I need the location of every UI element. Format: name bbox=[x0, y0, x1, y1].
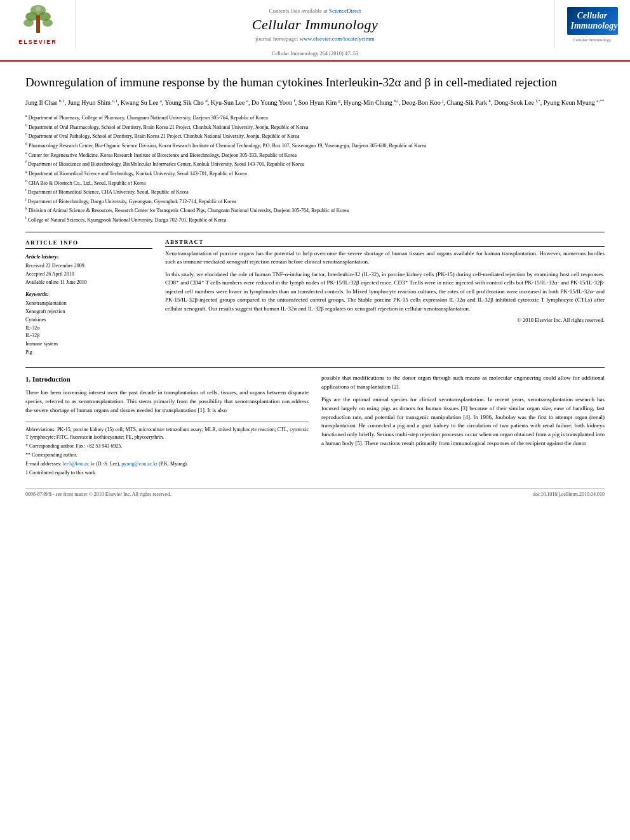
affiliation-d: d Pharmacology Research Center, Bio-Orga… bbox=[25, 141, 605, 150]
issn-text: 0008-8749/$ - see front matter © 2010 El… bbox=[25, 491, 171, 497]
article-dates: Received 22 December 2009 Accepted 26 Ap… bbox=[25, 262, 152, 286]
footnote-area: Abbreviations: PK-15, porcine kidney (15… bbox=[25, 422, 309, 477]
intro-title: 1. Introduction bbox=[25, 374, 309, 385]
svg-point-3 bbox=[23, 19, 34, 27]
elsevier-tree-icon bbox=[19, 4, 57, 39]
elsevier-brand-text: ELSEVIER bbox=[18, 39, 57, 45]
available-date: Available online 11 June 2010 bbox=[25, 279, 152, 287]
affiliation-j: j Department of Biotechnology, Daegu Uni… bbox=[25, 197, 605, 206]
journal-center-area: Contents lists available at ScienceDirec… bbox=[76, 0, 554, 49]
article-title: Downregulation of immune response by the… bbox=[25, 74, 605, 91]
copyright-line: © 2010 Elsevier Inc. All rights reserved… bbox=[165, 317, 605, 323]
accepted-date: Accepted 26 April 2010 bbox=[25, 270, 152, 279]
abstract-para-1: Xenotransplantation of porcine organs ha… bbox=[165, 250, 605, 267]
affiliation-i: i Department of Biomedical Science, CHA … bbox=[25, 187, 605, 196]
email-link-2[interactable]: pyung@cnu.ac.kr bbox=[121, 461, 158, 467]
info-abstract-section: ARTICLE INFO Article history: Received 2… bbox=[25, 239, 605, 357]
affiliation-k: k Division of Animal Science & Resources… bbox=[25, 206, 605, 215]
keyword-7: Pig bbox=[25, 349, 152, 357]
affiliation-f: f Department of Bioscience and Biotechno… bbox=[25, 159, 605, 168]
keyword-4: IL-32α bbox=[25, 324, 152, 333]
ci-logo-area: CellularImmunology Cellular Immunology bbox=[554, 0, 630, 49]
abstract-text: Xenotransplantation of porcine organs ha… bbox=[165, 250, 605, 314]
body-section: 1. Introduction There has been increasin… bbox=[25, 374, 605, 478]
journal-header: ELSEVIER Contents lists available at Sci… bbox=[0, 0, 630, 62]
footnote-corresponding2: ** Corresponding author. bbox=[25, 451, 309, 459]
divider-1 bbox=[25, 232, 605, 232]
doi-text: doi:10.1016/j.cellimm.2010.04.010 bbox=[533, 491, 605, 497]
keyword-2: Xenograft rejection bbox=[25, 308, 152, 316]
affiliation-l: l College of Natural Sciences, Kyungpook… bbox=[25, 215, 605, 224]
keyword-6: Immune system bbox=[25, 340, 152, 349]
affiliation-g: g Department of Biomedical Science and T… bbox=[25, 169, 605, 178]
svg-point-6 bbox=[36, 6, 41, 11]
affiliation-h: h CHA Bio & Diostech Co., Ltd., Seoul, R… bbox=[25, 178, 605, 187]
footnote-email: E-mail addresses: lee1@knu.ac.kr (D.-S. … bbox=[25, 460, 309, 468]
elsevier-logo-area: ELSEVIER bbox=[0, 0, 76, 49]
article-info-column: ARTICLE INFO Article history: Received 2… bbox=[25, 239, 152, 357]
affiliation-a: a Department of Pharmacy, College of Pha… bbox=[25, 113, 605, 122]
keyword-3: Cytokines bbox=[25, 316, 152, 324]
intro-para-3: Pigs are the optimal animal species for … bbox=[321, 396, 605, 449]
sciencedirect-link[interactable]: ScienceDirect bbox=[329, 8, 361, 14]
keyword-5: IL-32β bbox=[25, 332, 152, 340]
ci-logo-subtext: Cellular Immunology bbox=[573, 37, 611, 43]
keyword-1: Xenotransplantation bbox=[25, 300, 152, 308]
article-info: ARTICLE INFO Article history: Received 2… bbox=[25, 239, 152, 357]
article-history-label: Article history: bbox=[25, 253, 152, 261]
abstract-para-2: In this study, we elucidated the role of… bbox=[165, 270, 605, 314]
abstract-heading: ABSTRACT bbox=[165, 239, 605, 247]
abstract-column: ABSTRACT Xenotransplantation of porcine … bbox=[165, 239, 605, 357]
ci-logo-box: CellularImmunology bbox=[567, 7, 618, 35]
intro-para-1: There has been increasing interest over … bbox=[25, 389, 309, 415]
body-col-left: 1. Introduction There has been increasin… bbox=[25, 374, 309, 478]
ci-logo-text: CellularImmunology bbox=[571, 11, 614, 31]
affiliations-list: a Department of Pharmacy, College of Pha… bbox=[25, 113, 605, 224]
homepage-url[interactable]: www.elsevier.com/locate/ycimm bbox=[300, 36, 375, 42]
email-link-1[interactable]: lee1@knu.ac.kr bbox=[63, 461, 95, 467]
homepage-label: journal homepage: bbox=[255, 36, 298, 42]
bottom-bar: 0008-8749/$ - see front matter © 2010 El… bbox=[25, 488, 605, 497]
citation-bar: Contents lists available at ScienceDirec… bbox=[269, 8, 361, 14]
footnote-corresponding1: * Corresponding author. Fax: +82 53 943 … bbox=[25, 443, 309, 450]
footnote-equal: 1 Contributed equally to this work. bbox=[25, 469, 309, 477]
journal-homepage: journal homepage: www.elsevier.com/locat… bbox=[255, 36, 374, 42]
svg-point-4 bbox=[43, 19, 53, 27]
journal-title: Cellular Immunology bbox=[252, 17, 378, 33]
contents-label: Contents lists available at bbox=[269, 8, 328, 14]
keywords-label: Keywords: bbox=[25, 290, 152, 298]
keywords-list: Xenotransplantation Xenograft rejection … bbox=[25, 300, 152, 357]
page: ELSEVIER Contents lists available at Sci… bbox=[0, 0, 630, 840]
article-info-heading: ARTICLE INFO bbox=[25, 239, 152, 250]
intro-para-2: possible that modifications to the donor… bbox=[321, 374, 605, 392]
authors-line: Jung Il Chae b,1, Jung Hyun Shim c,1, Kw… bbox=[25, 98, 605, 108]
footnote-abbreviations: Abbreviations: PK-15, porcine kidney (15… bbox=[25, 426, 309, 441]
abstract-section: ABSTRACT Xenotransplantation of porcine … bbox=[165, 239, 605, 324]
body-col-right: possible that modifications to the donor… bbox=[321, 374, 605, 478]
journal-citation: Cellular Immunology 264 (2010) 47–53 bbox=[0, 49, 630, 58]
affiliation-b: b Department of Oral Pharmacology, Schoo… bbox=[25, 123, 605, 131]
journal-top-bar: ELSEVIER Contents lists available at Sci… bbox=[0, 0, 630, 49]
affiliation-e: e Center for Regenerative Medicine, Kore… bbox=[25, 150, 605, 159]
article-content-area: Downregulation of immune response by the… bbox=[0, 62, 630, 510]
svg-rect-5 bbox=[36, 15, 40, 33]
affiliation-c: c Department of Oral Pathology, School o… bbox=[25, 131, 605, 140]
divider-2 bbox=[25, 367, 605, 368]
received-date: Received 22 December 2009 bbox=[25, 262, 152, 270]
